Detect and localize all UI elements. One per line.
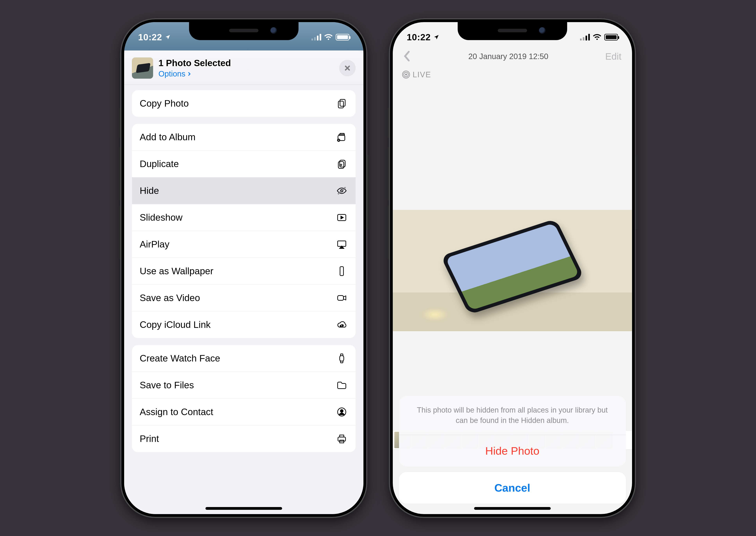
svg-point-20 <box>405 74 407 76</box>
phone-left: 10:22 1 Photo Selected Options <box>120 18 367 518</box>
live-badge: LIVE <box>402 70 431 79</box>
cell-signal-icon <box>311 34 321 41</box>
wifi-icon <box>593 33 601 41</box>
screen-photo-viewer: 10:22 20 January 2019 12:50 Edit <box>393 22 632 514</box>
action-label: Copy iCloud Link <box>140 319 211 330</box>
action-wallpaper[interactable]: Use as Wallpaper <box>132 258 356 285</box>
location-icon <box>433 34 439 40</box>
share-sheet: 1 Photo Selected Options Copy PhotoAdd t… <box>124 50 363 514</box>
action-label: Save to Files <box>140 380 194 390</box>
album-icon <box>336 132 348 143</box>
action-slideshow[interactable]: Slideshow <box>132 204 356 231</box>
copy-icon <box>336 98 348 109</box>
status-time: 10:22 <box>407 32 431 43</box>
cloud-icon <box>336 319 348 330</box>
photo-nav-bar: 20 January 2019 12:50 Edit <box>393 46 632 67</box>
svg-rect-0 <box>340 99 345 106</box>
action-label: Slideshow <box>140 212 183 223</box>
share-title: 1 Photo Selected <box>159 58 231 68</box>
action-label: Duplicate <box>140 158 179 169</box>
eyeoff-icon <box>336 185 348 196</box>
svg-rect-1 <box>338 101 343 108</box>
action-icloud-link[interactable]: Copy iCloud Link <box>132 311 356 338</box>
device-notch <box>189 22 299 40</box>
status-time: 10:22 <box>138 32 162 43</box>
action-label: Print <box>140 433 159 444</box>
play-icon <box>336 212 348 223</box>
action-add-album[interactable]: Add to Album <box>132 124 356 151</box>
video-icon <box>336 292 348 303</box>
action-label: Save as Video <box>140 292 200 303</box>
svg-point-16 <box>340 410 343 412</box>
action-hide[interactable]: Hide <box>132 177 356 204</box>
svg-rect-9 <box>340 267 343 276</box>
svg-point-13 <box>342 325 343 326</box>
svg-rect-18 <box>340 435 344 437</box>
svg-point-12 <box>340 325 341 326</box>
action-label: Copy Photo <box>140 98 189 109</box>
action-save-video[interactable]: Save as Video <box>132 285 356 311</box>
photo-date-title: 20 January 2019 12:50 <box>412 52 605 61</box>
action-label: Use as Wallpaper <box>140 266 213 276</box>
phone-icon <box>336 266 348 277</box>
airplay-icon <box>336 239 348 250</box>
cell-signal-icon <box>580 34 590 41</box>
action-airplay[interactable]: AirPlay <box>132 231 356 258</box>
svg-rect-10 <box>338 295 343 300</box>
folder-icon <box>336 380 348 391</box>
home-indicator[interactable] <box>205 507 282 510</box>
action-print[interactable]: Print <box>132 425 356 452</box>
action-assign[interactable]: Assign to Contact <box>132 398 356 425</box>
wifi-icon <box>324 33 332 41</box>
action-sheet: This photo will be hidden from all place… <box>399 396 626 503</box>
dup-icon <box>336 158 348 169</box>
phone-right: 10:22 20 January 2019 12:50 Edit <box>389 18 636 518</box>
photo-viewport[interactable] <box>393 210 632 331</box>
watch-icon <box>336 353 348 364</box>
action-label: Hide <box>140 185 159 196</box>
action-watch-face[interactable]: Create Watch Face <box>132 345 356 372</box>
battery-icon <box>604 34 618 41</box>
options-link[interactable]: Options <box>159 69 231 78</box>
share-action-list: Copy PhotoAdd to AlbumDuplicateHideSlide… <box>124 85 363 460</box>
contact-icon <box>336 407 348 418</box>
share-header: 1 Photo Selected Options <box>124 50 363 85</box>
hide-photo-button[interactable]: Hide Photo <box>399 435 626 467</box>
action-label: Assign to Contact <box>140 407 213 417</box>
action-duplicate[interactable]: Duplicate <box>132 151 356 177</box>
cancel-button[interactable]: Cancel <box>399 472 626 504</box>
action-label: AirPlay <box>140 239 170 250</box>
action-label: Create Watch Face <box>140 353 220 364</box>
edit-button[interactable]: Edit <box>605 51 621 62</box>
action-copy-photo[interactable]: Copy Photo <box>132 90 356 117</box>
action-save-files[interactable]: Save to Files <box>132 372 356 398</box>
printer-icon <box>336 433 348 444</box>
svg-rect-14 <box>340 356 344 361</box>
home-indicator[interactable] <box>474 507 551 510</box>
options-label: Options <box>159 69 185 78</box>
live-label: LIVE <box>413 70 431 79</box>
action-sheet-message: This photo will be hidden from all place… <box>399 396 626 435</box>
back-button[interactable] <box>403 50 412 63</box>
battery-icon <box>336 34 349 41</box>
device-notch <box>458 22 567 40</box>
location-icon <box>165 34 171 40</box>
selected-photo-thumb[interactable] <box>132 57 153 79</box>
screen-share-sheet: 10:22 1 Photo Selected Options <box>124 22 363 514</box>
svg-rect-17 <box>338 437 345 441</box>
action-label: Add to Album <box>140 132 196 142</box>
close-button[interactable] <box>339 60 356 76</box>
